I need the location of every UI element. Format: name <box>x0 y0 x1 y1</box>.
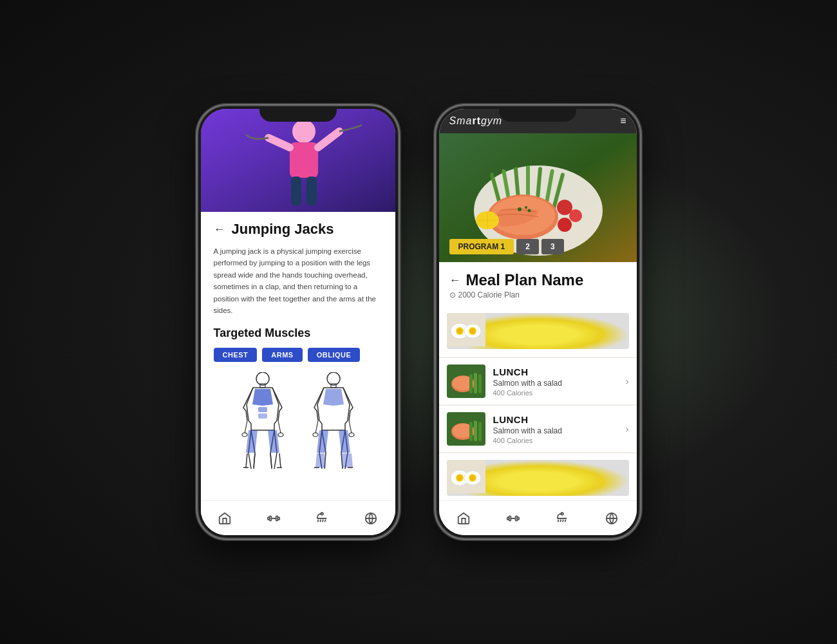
svg-rect-7 <box>306 176 317 205</box>
svg-rect-58 <box>474 373 477 393</box>
scene: ← Jumping Jacks A jumping jack is a phys… <box>198 106 639 538</box>
left-content: ← Jumping Jacks A jumping jack is a phys… <box>201 212 395 535</box>
meal-cal-1: 400 Calories <box>493 389 626 397</box>
program-tab-1[interactable]: PROGRAM 1 <box>449 239 514 254</box>
nav-home-right[interactable] <box>456 511 471 526</box>
body-back-svg <box>308 372 359 469</box>
back-arrow-left[interactable]: ← <box>214 223 225 236</box>
svg-line-79 <box>558 519 559 522</box>
nav-shower-left[interactable] <box>314 511 330 526</box>
back-title-row: ← Jumping Jacks <box>214 221 382 238</box>
svg-rect-57 <box>469 374 473 393</box>
meal-type-1: LUNCH <box>493 366 626 377</box>
exercise-title: Jumping Jacks <box>232 221 334 238</box>
back-arrow-right[interactable]: ← <box>449 274 461 287</box>
meal-thumb-3 <box>447 460 629 496</box>
svg-point-42 <box>558 218 572 232</box>
svg-point-2 <box>292 120 315 143</box>
svg-point-46 <box>527 209 531 213</box>
nav-globe-left[interactable] <box>363 511 379 526</box>
svg-point-41 <box>569 209 582 222</box>
logo-italic: gym <box>481 115 502 126</box>
svg-rect-65 <box>478 422 482 441</box>
svg-line-26 <box>323 519 323 522</box>
svg-point-14 <box>327 372 340 385</box>
nav-dumbbell-left[interactable] <box>266 511 281 526</box>
meal-item-0[interactable]: BREAKFAST 2 Eggs and a slice of cheese 4… <box>439 305 637 357</box>
svg-rect-6 <box>291 176 301 205</box>
left-phone: ← Jumping Jacks A jumping jack is a phys… <box>198 106 398 538</box>
right-bottom-nav <box>439 500 637 535</box>
program-tabs: PROGRAM 1 2 3 <box>449 239 564 254</box>
meal-name-2: Salmon with a salad <box>493 426 626 435</box>
clock-icon: ⊙ <box>449 290 456 299</box>
meal-info-1: LUNCH Salmon with a salad 400 Calories <box>493 366 626 397</box>
right-phone: Smartgym ≡ <box>437 106 639 538</box>
meal-chevron-2: › <box>626 424 629 434</box>
notch-left <box>259 106 337 122</box>
meal-thumb-1 <box>447 365 485 398</box>
svg-point-45 <box>525 206 527 209</box>
svg-line-80 <box>561 519 561 522</box>
exercise-description: A jumping jack is a physical jumping exe… <box>214 245 382 316</box>
meal-cal-2: 400 Calories <box>493 437 626 444</box>
svg-line-82 <box>565 519 566 522</box>
svg-point-50 <box>457 328 462 334</box>
meal-item-3[interactable]: BREAKFAST 2 Eggs and a slice of cheese › <box>439 453 637 502</box>
svg-rect-11 <box>258 413 267 419</box>
left-bottom-nav <box>201 500 395 535</box>
svg-line-24 <box>318 519 319 522</box>
svg-rect-59 <box>478 374 482 393</box>
nav-shower-right[interactable] <box>554 511 570 526</box>
svg-line-25 <box>321 519 321 522</box>
notch-right <box>499 106 576 122</box>
muscle-tag-oblique[interactable]: OBLIQUE <box>308 348 361 362</box>
svg-rect-76 <box>515 516 517 520</box>
meal-plan-title: Meal Plan Name <box>466 271 584 289</box>
meal-info-2: LUNCH Salmon with a salad 400 Calories <box>493 414 626 444</box>
nav-dumbbell-right[interactable] <box>505 511 521 526</box>
muscle-tag-arms[interactable]: ARMS <box>262 348 302 362</box>
svg-point-8 <box>256 372 269 385</box>
svg-line-81 <box>563 519 563 522</box>
body-diagram-container <box>214 372 382 469</box>
meal-plan-header: ← Meal Plan Name ⊙ 2000 Calorie Plan <box>439 262 637 305</box>
svg-point-72 <box>470 475 475 480</box>
logo-bold: rt <box>472 115 481 126</box>
hero-svg <box>201 109 395 212</box>
svg-rect-63 <box>469 422 473 441</box>
svg-rect-10 <box>258 407 267 412</box>
calorie-plan-row: ⊙ 2000 Calorie Plan <box>449 290 626 299</box>
hero-image <box>201 109 395 212</box>
meal-thumb-0 <box>447 313 629 349</box>
food-hero: PROGRAM 1 2 3 <box>439 133 637 262</box>
svg-point-69 <box>457 475 462 480</box>
svg-rect-64 <box>474 421 477 441</box>
hamburger-menu[interactable]: ≡ <box>620 115 626 127</box>
svg-rect-75 <box>509 516 511 520</box>
meal-list: BREAKFAST 2 Eggs and a slice of cheese 4… <box>439 305 637 502</box>
calorie-plan-text: 2000 Calorie Plan <box>458 290 520 299</box>
svg-rect-20 <box>269 516 271 520</box>
app-logo: Smartgym <box>449 115 503 127</box>
body-front-svg <box>237 372 288 469</box>
svg-line-27 <box>325 519 326 522</box>
svg-point-44 <box>518 207 522 211</box>
meal-item-1[interactable]: LUNCH Salmon with a salad 400 Calories › <box>439 358 637 404</box>
program-tab-2[interactable]: 2 <box>516 239 539 254</box>
meal-type-2: LUNCH <box>493 414 626 425</box>
program-tab-3[interactable]: 3 <box>541 239 564 254</box>
nav-home-left[interactable] <box>217 511 232 526</box>
meal-name-1: Salmon with a salad <box>493 379 626 388</box>
meal-chevron-1: › <box>626 376 629 386</box>
muscle-tag-chest[interactable]: CHEST <box>214 348 258 362</box>
meal-item-2[interactable]: LUNCH Salmon with a salad 400 Calories › <box>439 406 637 452</box>
right-screen: Smartgym ≡ <box>439 109 637 535</box>
left-screen: ← Jumping Jacks A jumping jack is a phys… <box>201 109 395 535</box>
meal-back-row: ← Meal Plan Name <box>449 271 626 289</box>
nav-globe-right[interactable] <box>604 511 619 526</box>
meal-thumb-2 <box>447 412 485 446</box>
exercise-hero <box>201 109 395 212</box>
svg-point-53 <box>470 328 475 334</box>
muscle-tag-list: CHEST ARMS OBLIQUE <box>214 348 382 362</box>
